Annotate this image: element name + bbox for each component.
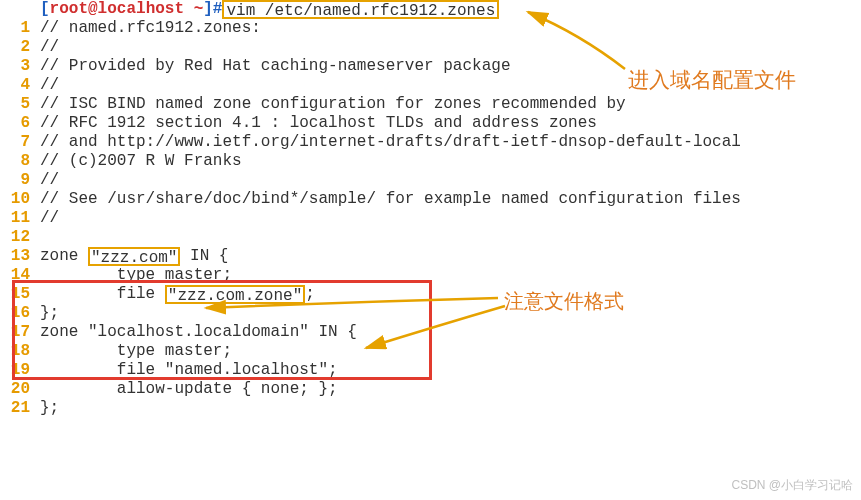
prompt-hash: # <box>213 0 223 19</box>
code-text: // See /usr/share/doc/bind*/sample/ for … <box>40 190 741 209</box>
code-text: type master; <box>40 342 232 361</box>
zone-name: "zzz.com" <box>91 249 177 267</box>
line-number: 16 <box>0 304 40 323</box>
line-number: 21 <box>0 399 40 418</box>
line-number: 4 <box>0 76 40 95</box>
code-text: zone "localhost.localdomain" IN { <box>40 323 357 342</box>
annotation-enter-config: 进入域名配置文件 <box>628 66 796 94</box>
line-number: 17 <box>0 323 40 342</box>
code-text: allow-update { none; }; <box>40 380 338 399</box>
line-number: 6 <box>0 114 40 133</box>
zone-file: "zzz.com.zone" <box>168 287 302 305</box>
code-text: }; <box>40 304 59 323</box>
zone-name-box: "zzz.com" <box>88 247 180 266</box>
code-text: // (c)2007 R W Franks <box>40 152 242 171</box>
prompt-user-host: root@localhost <box>50 0 184 19</box>
code-text: // <box>40 76 59 95</box>
code-line-8: 8// (c)2007 R W Franks <box>0 152 861 171</box>
zone-file-box: "zzz.com.zone" <box>165 285 305 304</box>
watermark: CSDN @小白学习记哈 <box>731 477 853 494</box>
code-text: // RFC 1912 section 4.1 : localhost TLDs… <box>40 114 597 133</box>
code-line-9: 9// <box>0 171 861 190</box>
code-line-11: 11// <box>0 209 861 228</box>
prompt-close-bracket: ] <box>203 0 213 19</box>
code-line-12: 12 <box>0 228 861 247</box>
code-text: file "named.localhost"; <box>40 361 338 380</box>
line-number: 7 <box>0 133 40 152</box>
shell-prompt-line: [root@localhost ~]#vim /etc/named.rfc191… <box>0 0 861 19</box>
line-number: 20 <box>0 380 40 399</box>
code-text: IN { <box>180 247 228 266</box>
code-line-13: 13zone "zzz.com" IN { <box>0 247 861 266</box>
line-number: 13 <box>0 247 40 266</box>
code-line-1: 1// named.rfc1912.zones: <box>0 19 861 38</box>
code-line-20: 20 allow-update { none; }; <box>0 380 861 399</box>
command-box: vim /etc/named.rfc1912.zones <box>222 0 499 19</box>
prompt-tilde: ~ <box>184 0 203 19</box>
line-number: 8 <box>0 152 40 171</box>
line-number: 5 <box>0 95 40 114</box>
blank-gutter <box>0 0 40 19</box>
line-number: 1 <box>0 19 40 38</box>
code-line-7: 7// and http://www.ietf.org/internet-dra… <box>0 133 861 152</box>
annotation-file-format: 注意文件格式 <box>504 288 624 315</box>
line-number: 15 <box>0 285 40 304</box>
line-number: 2 <box>0 38 40 57</box>
code-text: // Provided by Red Hat caching-nameserve… <box>40 57 510 76</box>
code-text: // <box>40 38 59 57</box>
code-line-21: 21}; <box>0 399 861 418</box>
code-text: // <box>40 209 59 228</box>
code-line-16: 16}; <box>0 304 861 323</box>
code-line-19: 19 file "named.localhost"; <box>0 361 861 380</box>
code-text: file <box>40 285 165 304</box>
code-line-10: 10// See /usr/share/doc/bind*/sample/ fo… <box>0 190 861 209</box>
code-line-17: 17zone "localhost.localdomain" IN { <box>0 323 861 342</box>
line-number: 19 <box>0 361 40 380</box>
code-line-5: 5// ISC BIND named zone configuration fo… <box>0 95 861 114</box>
code-line-2: 2// <box>0 38 861 57</box>
line-number: 10 <box>0 190 40 209</box>
code-line-15: 15 file "zzz.com.zone"; <box>0 285 861 304</box>
code-line-6: 6// RFC 1912 section 4.1 : localhost TLD… <box>0 114 861 133</box>
line-number: 14 <box>0 266 40 285</box>
code-text: ; <box>305 285 315 304</box>
line-number: 18 <box>0 342 40 361</box>
code-line-18: 18 type master; <box>0 342 861 361</box>
code-line-14: 14 type master; <box>0 266 861 285</box>
command-text: vim /etc/named.rfc1912.zones <box>226 2 495 20</box>
code-text: // named.rfc1912.zones: <box>40 19 261 38</box>
code-text: // and http://www.ietf.org/internet-draf… <box>40 133 741 152</box>
code-text: zone <box>40 247 88 266</box>
line-number: 12 <box>0 228 40 247</box>
prompt-open-bracket: [ <box>40 0 50 19</box>
code-text: // <box>40 171 59 190</box>
line-number: 11 <box>0 209 40 228</box>
line-number: 9 <box>0 171 40 190</box>
code-text: // ISC BIND named zone configuration for… <box>40 95 626 114</box>
code-text: }; <box>40 399 59 418</box>
code-text: type master; <box>40 266 232 285</box>
line-number: 3 <box>0 57 40 76</box>
